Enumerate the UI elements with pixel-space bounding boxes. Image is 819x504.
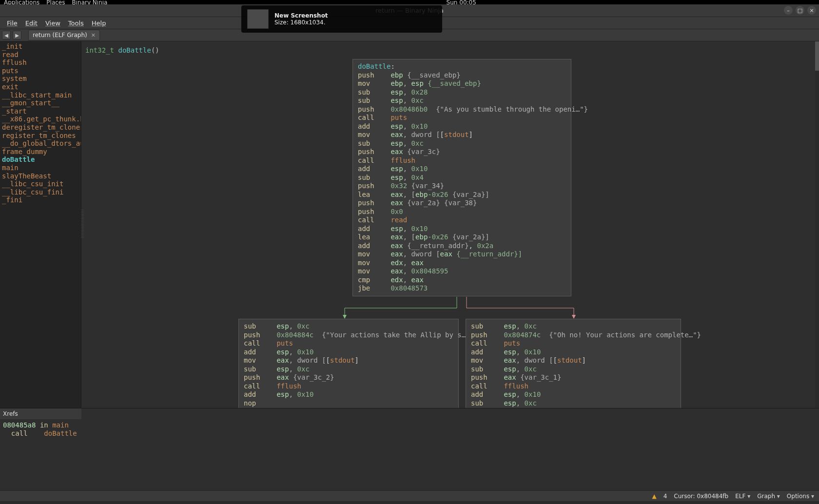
function-list-item[interactable]: _fini xyxy=(0,196,81,204)
function-list-item[interactable]: _start xyxy=(0,107,81,116)
function-list-item[interactable]: exit xyxy=(0,83,81,91)
menu-view[interactable]: View xyxy=(42,19,63,28)
bottom-panes: Xrefs 080485a8 in main call doBattle xyxy=(0,408,819,490)
function-list-item[interactable]: deregister_tm_clones xyxy=(0,123,81,132)
screenshot-thumbnail-icon xyxy=(247,9,269,29)
function-list-item[interactable]: puts xyxy=(0,67,81,75)
function-list-item[interactable]: system xyxy=(0,75,81,83)
basic-block-entry[interactable]: doBattle: push ebp {__saved_ebp} mov ebp… xyxy=(352,59,571,296)
window-close-button[interactable]: × xyxy=(807,6,816,15)
function-list-item[interactable]: __libc_start_main xyxy=(0,91,81,99)
menu-edit[interactable]: Edit xyxy=(22,19,40,28)
tab-return-elf-graph[interactable]: return (ELF Graph) ✕ xyxy=(28,30,100,40)
notification-body: Size: 819x504. xyxy=(274,19,328,26)
tab-label: return (ELF Graph) xyxy=(33,32,87,39)
function-list-item[interactable]: __gmon_start__ xyxy=(0,99,81,107)
options-menu[interactable]: Options xyxy=(787,493,814,500)
function-list-item[interactable]: __libc_csu_fini xyxy=(0,188,81,196)
function-list-item[interactable]: doBattle xyxy=(0,155,81,164)
xrefs-panel: Xrefs 080485a8 in main call doBattle xyxy=(0,408,81,490)
graph-scrollbar-thumb[interactable] xyxy=(815,41,819,71)
nav-forward-button[interactable]: ▶ xyxy=(13,31,21,39)
function-list-item[interactable]: __do_global_dtors_aux xyxy=(0,139,81,148)
notification-title: New Screenshot xyxy=(274,12,328,19)
function-list-item[interactable]: register_tm_clones xyxy=(0,132,81,140)
svg-marker-0 xyxy=(343,315,347,319)
function-list-item[interactable]: frame_dummy xyxy=(0,148,81,156)
function-list-item[interactable]: _init xyxy=(0,42,81,51)
basic-block-false[interactable]: sub esp, 0xc push 0x804874c {"Oh no! You… xyxy=(466,319,681,408)
xrefs-row[interactable]: 080485a8 in main xyxy=(3,421,78,429)
graph-scrollbar[interactable] xyxy=(815,41,819,408)
warning-icon[interactable]: ▲ xyxy=(652,493,656,500)
function-signature: int32_t doBattle() xyxy=(85,46,159,54)
system-bar: Applications Places Binary Ninja Sun 00:… xyxy=(0,0,819,4)
function-list-item[interactable]: fflush xyxy=(0,58,81,67)
cursor-position: Cursor: 0x80484fb xyxy=(674,493,728,500)
function-list-item[interactable]: __libc_csu_init xyxy=(0,180,81,188)
menu-help[interactable]: Help xyxy=(89,19,109,28)
tab-close-button[interactable]: ✕ xyxy=(91,32,96,39)
menu-file[interactable]: File xyxy=(4,19,20,28)
workspace: _initreadfflushputssystemexit__libc_star… xyxy=(0,41,819,408)
nav-back-button[interactable]: ◀ xyxy=(2,31,11,39)
function-list-item[interactable]: __x86.get_pc_thunk.bx xyxy=(0,115,81,123)
svg-marker-1 xyxy=(572,315,576,319)
xrefs-row[interactable]: call doBattle xyxy=(3,429,78,438)
function-list-panel: _initreadfflushputssystemexit__libc_star… xyxy=(0,41,81,408)
sidebar-splitter[interactable] xyxy=(81,210,84,239)
function-list-item[interactable]: slayTheBeast xyxy=(0,172,81,180)
warning-count[interactable]: 4 xyxy=(663,493,667,500)
function-list-item[interactable]: read xyxy=(0,51,81,59)
statusbar: ▲ 4 Cursor: 0x80484fb ELF Graph Options xyxy=(0,490,819,501)
window-maximize-button[interactable]: □ xyxy=(796,6,804,15)
menu-tools[interactable]: Tools xyxy=(65,19,87,28)
screenshot-notification[interactable]: New Screenshot Size: 819x504. xyxy=(241,5,442,33)
basic-block-true[interactable]: sub esp, 0xc push 0x804884c {"Your actio… xyxy=(238,319,459,408)
function-list-item[interactable]: main xyxy=(0,164,81,172)
xrefs-header: Xrefs xyxy=(0,408,81,419)
edge-true xyxy=(343,297,457,319)
window-minimize-button[interactable]: – xyxy=(784,6,793,15)
bottom-empty xyxy=(81,408,819,490)
edge-false xyxy=(467,297,576,319)
view-mode-graph[interactable]: Graph xyxy=(757,493,780,500)
graph-view[interactable]: int32_t doBattle() doBattle: push ebp {_… xyxy=(81,41,819,408)
view-type-elf[interactable]: ELF xyxy=(735,493,750,500)
